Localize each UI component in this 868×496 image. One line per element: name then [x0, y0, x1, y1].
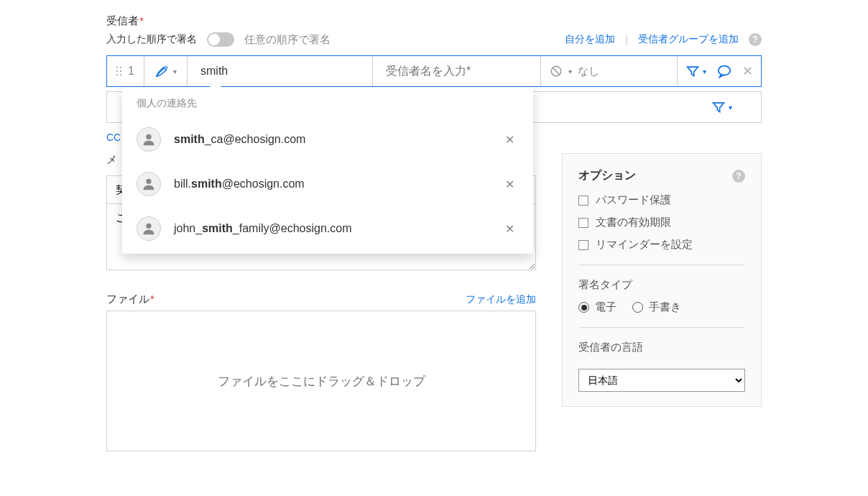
file-dropzone[interactable]: ファイルをここにドラッグ＆ドロップ: [106, 311, 536, 451]
radio-label: 手書き: [649, 300, 681, 314]
sign-in-order-label: 入力した順序で署名: [106, 33, 197, 46]
chevron-down-icon: ▾: [173, 68, 177, 75]
option-label: リマインダーを設定: [596, 238, 693, 252]
recipient-name-input[interactable]: [384, 64, 529, 78]
radio-icon: [578, 302, 589, 313]
remove-suggestion-icon[interactable]: ✕: [501, 178, 519, 191]
signature-type-handwritten[interactable]: 手書き: [632, 300, 681, 314]
avatar-icon: [137, 216, 161, 241]
recipient-sequence: 1: [128, 65, 134, 78]
files-label: ファイル: [106, 293, 154, 306]
contact-email: bill.smith@echosign.com: [174, 178, 488, 190]
avatar-icon: [137, 172, 161, 196]
recipient-order-cell[interactable]: 1: [107, 56, 144, 86]
radio-icon: [632, 302, 643, 313]
signature-type-title: 署名タイプ: [578, 278, 745, 292]
dropdown-header: 個人の連絡先: [122, 94, 533, 117]
any-order-label: 任意の順序で署名: [244, 33, 331, 47]
filter-icon: [711, 100, 726, 114]
contact-suggestion[interactable]: john_smith_family@echosign.com ✕: [122, 206, 533, 251]
chevron-down-icon: ▾: [568, 68, 572, 75]
svg-point-5: [146, 224, 151, 229]
svg-point-3: [146, 134, 151, 139]
option-password-protect[interactable]: パスワード保護: [578, 193, 745, 207]
recipient-language-title: 受信者の言語: [578, 341, 745, 354]
chevron-down-icon: ▾: [703, 68, 706, 75]
recipient-email-input[interactable]: [199, 64, 361, 78]
drag-handle-icon[interactable]: [116, 67, 122, 76]
remove-suggestion-icon[interactable]: ✕: [501, 222, 519, 236]
checkbox-icon: [578, 196, 588, 206]
svg-point-2: [719, 66, 731, 75]
help-icon[interactable]: ?: [749, 33, 762, 46]
no-entry-icon: [550, 65, 563, 78]
recipients-label: 受信者: [106, 14, 762, 28]
remove-recipient-icon[interactable]: ✕: [742, 63, 753, 79]
avatar-icon: [137, 127, 161, 152]
filter-icon: [685, 64, 700, 78]
remove-suggestion-icon[interactable]: ✕: [501, 133, 519, 147]
add-recipient-group-link[interactable]: 受信者グループを追加: [638, 33, 739, 46]
svg-point-4: [146, 179, 151, 184]
add-file-link[interactable]: ファイルを追加: [466, 293, 536, 306]
checkbox-icon: [578, 240, 588, 250]
contact-suggestion[interactable]: smith_ca@echosign.com ✕: [122, 117, 533, 162]
recipient-role-selector[interactable]: ▾: [144, 56, 188, 86]
sign-order-row: 入力した順序で署名 任意の順序で署名 自分を追加 | 受信者グループを追加 ?: [106, 32, 762, 47]
recipient-language-select[interactable]: 日本語: [578, 369, 745, 392]
self-filter-button[interactable]: ▾: [711, 100, 732, 114]
divider: |: [625, 34, 628, 45]
option-label: 文書の有効期限: [596, 216, 671, 229]
recipient-filter-button[interactable]: ▾: [685, 64, 706, 78]
signature-type-electronic[interactable]: 電子: [578, 300, 617, 314]
contact-email: john_smith_family@echosign.com: [174, 222, 488, 235]
options-title: オプション: [578, 168, 636, 183]
recipient-auth-selector[interactable]: ▾ なし: [541, 56, 678, 86]
chevron-down-icon: ▾: [729, 104, 732, 111]
dropzone-text: ファイルをここにドラッグ＆ドロップ: [218, 373, 425, 390]
checkbox-icon: [578, 218, 588, 228]
option-label: パスワード保護: [596, 193, 671, 207]
signer-pen-icon: [154, 63, 170, 79]
options-panel: オプション ? パスワード保護 文書の有効期限 リマインダーを設定 署名タイプ: [562, 153, 762, 407]
contact-autocomplete-dropdown: 個人の連絡先 smith_ca@echosign.com ✕ bill.smit…: [122, 87, 533, 254]
radio-label: 電子: [595, 300, 617, 314]
add-self-link[interactable]: 自分を追加: [565, 33, 615, 46]
auth-none-label: なし: [578, 65, 599, 78]
contact-email: smith_ca@echosign.com: [174, 133, 488, 146]
option-document-expiry[interactable]: 文書の有効期限: [578, 216, 745, 229]
svg-line-1: [553, 68, 560, 75]
contact-suggestion[interactable]: bill.smith@echosign.com ✕: [122, 162, 533, 206]
cc-link[interactable]: CC: [106, 132, 121, 143]
help-icon[interactable]: ?: [732, 170, 745, 183]
private-message-icon[interactable]: [716, 63, 732, 79]
sign-order-toggle[interactable]: [207, 32, 234, 47]
option-set-reminder[interactable]: リマインダーを設定: [578, 238, 745, 252]
recipient-row: 1 ▾ ▾ なし: [106, 55, 762, 87]
